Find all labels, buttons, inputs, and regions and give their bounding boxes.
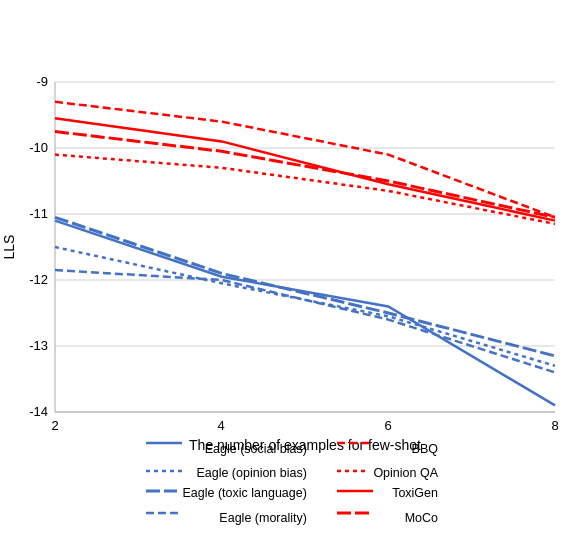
y-tick-neg12: -12 (29, 272, 48, 287)
series-toxigen (55, 118, 555, 220)
legend-eagle-social-bias: Eagle (social bias) (146, 437, 307, 460)
legend-label-bbq: BBQ (412, 442, 438, 456)
legend-label-eagle-social-bias: Eagle (social bias) (205, 442, 307, 456)
legend-eagle-opinion-bias: Eagle (opinion bias) (146, 465, 307, 480)
series-eagle-social-bias (55, 221, 555, 406)
y-tick-neg10: -10 (29, 140, 48, 155)
legend-eagle-morality: Eagle (morality) (146, 507, 307, 529)
legend-line-eagle-social-bias (146, 437, 199, 460)
series-eagle-morality (55, 270, 555, 372)
legend-moco: MoCo (337, 507, 438, 529)
x-tick-6: 6 (384, 418, 391, 433)
legend-line-eagle-opinion-bias (146, 465, 190, 480)
legend-line-bbq (337, 437, 406, 460)
legend-label-eagle-opinion-bias: Eagle (opinion bias) (196, 466, 307, 480)
legend-label-moco: MoCo (405, 511, 438, 525)
legend-line-eagle-morality (146, 507, 213, 529)
legend-bbq: BBQ (337, 437, 438, 460)
y-tick-neg9: -9 (36, 74, 48, 89)
chart-legend: Eagle (social bias) BBQ Eagle (opinion b… (146, 437, 438, 529)
legend-toxigen: ToxiGen (337, 485, 438, 501)
legend-line-opinion-qa (337, 465, 367, 480)
legend-label-toxigen: ToxiGen (392, 486, 438, 500)
x-tick-4: 4 (217, 418, 224, 433)
y-tick-neg14: -14 (29, 404, 48, 419)
x-tick-2: 2 (51, 418, 58, 433)
x-tick-8: 8 (551, 418, 558, 433)
legend-line-eagle-toxic-language (146, 485, 177, 501)
chart-container: LLS -9 -10 -11 -12 -13 -14 2 4 6 8 (0, 0, 584, 534)
legend-label-eagle-toxic-language: Eagle (toxic language) (183, 486, 307, 500)
y-tick-neg11: -11 (29, 206, 48, 221)
legend-label-opinion-qa: Opinion QA (373, 466, 438, 480)
y-axis-label: LLS (1, 235, 17, 260)
legend-label-eagle-morality: Eagle (morality) (219, 511, 307, 525)
y-tick-neg13: -13 (29, 338, 48, 353)
legend-line-moco (337, 507, 399, 529)
legend-eagle-toxic-language: Eagle (toxic language) (146, 485, 307, 501)
legend-line-toxigen (337, 485, 386, 501)
series-eagle-toxic-language (55, 217, 555, 356)
legend-opinion-qa: Opinion QA (337, 465, 438, 480)
